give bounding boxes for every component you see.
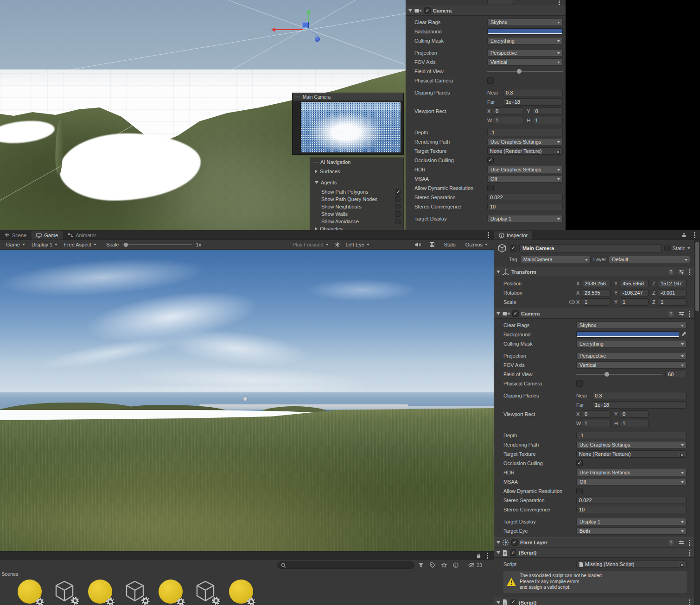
msaa-dropdown[interactable]: Off — [576, 478, 687, 485]
nav-section-agents[interactable]: Agents — [310, 177, 403, 188]
lock-icon[interactable] — [476, 553, 481, 558]
presets-icon[interactable] — [679, 269, 684, 275]
foldout-icon[interactable] — [496, 541, 500, 544]
grid-table-icon[interactable] — [426, 242, 438, 247]
script2-component-header[interactable]: (Script) — [494, 598, 694, 605]
scale-x-field[interactable]: 1 — [582, 298, 611, 306]
target-display-dropdown[interactable]: Display 1 — [576, 518, 687, 525]
help-icon[interactable] — [668, 269, 674, 275]
stereo-convergence-field[interactable]: 10 — [576, 506, 687, 513]
kebab-menu-icon[interactable] — [694, 234, 695, 236]
foldout-icon[interactable] — [315, 227, 318, 230]
target-display-dropdown[interactable]: Display 1 — [487, 215, 563, 222]
clear-flags-dropdown[interactable]: Skybox — [576, 321, 687, 329]
component-enabled-checkbox[interactable] — [512, 310, 519, 317]
physical-camera-checkbox[interactable] — [487, 77, 494, 84]
viewport-w-field[interactable]: 1 — [582, 420, 611, 427]
camera-preview-window[interactable]: Main Camera — [292, 93, 404, 155]
selected-camera-gizmo-cube[interactable] — [302, 22, 309, 28]
help-icon[interactable] — [668, 311, 674, 317]
stereo-separation-field[interactable]: 0.022 — [487, 194, 563, 201]
nav-toggle-checkbox[interactable] — [395, 219, 401, 224]
lock-icon[interactable] — [681, 233, 687, 238]
background-color-swatch[interactable] — [487, 28, 563, 35]
nav-toggle-checkbox[interactable] — [395, 189, 401, 195]
scrollbar-thumb[interactable] — [695, 242, 699, 311]
rendering-path-dropdown[interactable]: Use Graphics Settings — [487, 138, 563, 145]
msaa-dropdown[interactable]: Off — [487, 175, 563, 183]
presets-icon[interactable] — [679, 540, 684, 545]
viewport-x-field[interactable]: 0 — [582, 410, 611, 418]
foldout-icon[interactable] — [496, 271, 500, 273]
stats-button[interactable]: Stats — [440, 242, 459, 247]
stereo-convergence-field[interactable]: 10 — [487, 203, 563, 210]
nav-section-surfaces[interactable]: Surfaces — [310, 166, 403, 177]
asset-item[interactable] — [158, 579, 184, 605]
viewport-h-field[interactable]: 1 — [533, 117, 563, 124]
projection-dropdown[interactable]: Perspective — [487, 49, 563, 57]
kebab-menu-icon[interactable] — [488, 234, 489, 236]
gameobject-name-field[interactable]: Main Camera — [519, 244, 662, 252]
gizmos-dropdown[interactable]: Gizmos — [462, 242, 491, 247]
foldout-icon[interactable] — [496, 601, 500, 604]
inspector-scrollbar[interactable] — [694, 240, 700, 605]
move-gizmo-x-axis[interactable] — [274, 29, 303, 30]
far-clip-field[interactable]: 1e+18 — [592, 401, 687, 409]
scale-link-icon[interactable] — [567, 300, 576, 304]
rotation-x-field[interactable]: 23.595 — [582, 289, 611, 296]
fov-axis-dropdown[interactable]: Vertical — [576, 361, 687, 369]
hdr-dropdown[interactable]: Use Graphics Settings — [487, 166, 563, 173]
ai-navigation-overlay[interactable]: AI Navigation Surfaces Agents Show Path … — [310, 158, 404, 230]
rendering-path-dropdown[interactable]: Use Graphics Settings — [576, 441, 687, 448]
target-eye-dropdown[interactable]: Both — [576, 527, 687, 535]
tab-scene[interactable]: Scene — [0, 231, 31, 239]
asset-item[interactable] — [122, 579, 148, 605]
viewport-x-field[interactable]: 0 — [493, 107, 523, 115]
depth-field[interactable]: -1 — [576, 432, 687, 439]
nav-toggle-row[interactable]: Show Path Polygons — [310, 188, 403, 195]
foldout-icon[interactable] — [496, 312, 500, 315]
foldout-icon[interactable] — [315, 181, 318, 184]
tab-animator[interactable]: Animator — [63, 231, 101, 239]
clear-flags-dropdown[interactable]: Skybox — [487, 19, 563, 26]
component-enabled-checkbox[interactable] — [510, 549, 516, 556]
script-object-field[interactable]: Missing (Mono Script) — [576, 561, 687, 568]
occlusion-culling-checkbox[interactable] — [487, 157, 494, 164]
kebab-menu-icon[interactable] — [689, 542, 690, 543]
help-icon[interactable] — [668, 540, 674, 546]
gameobject-active-checkbox[interactable] — [510, 245, 516, 252]
dynamic-resolution-checkbox[interactable] — [487, 185, 494, 191]
dynamic-resolution-checkbox[interactable] — [576, 488, 583, 494]
projection-dropdown[interactable]: Perspective — [576, 352, 687, 359]
asset-item[interactable] — [228, 579, 254, 605]
scale-y-field[interactable]: 1 — [620, 298, 649, 306]
component-enabled-checkbox[interactable] — [424, 7, 431, 14]
foldout-icon[interactable] — [315, 170, 318, 173]
culling-mask-dropdown[interactable]: Everything — [576, 340, 687, 347]
nav-toggle-checkbox[interactable] — [395, 211, 401, 217]
presets-icon[interactable] — [679, 311, 684, 316]
game-mode-dropdown[interactable]: Game — [3, 240, 28, 249]
saved-search-star-icon[interactable] — [441, 562, 447, 568]
mute-audio-icon[interactable] — [412, 242, 424, 247]
target-texture-object-field[interactable]: None (Render Texture) — [487, 147, 563, 155]
gameobject-cube-icon[interactable] — [497, 243, 507, 253]
scale-slider[interactable] — [122, 241, 192, 248]
nav-toggle-row[interactable]: Show Neighbours — [310, 203, 403, 210]
depth-field[interactable]: -1 — [487, 129, 563, 136]
kebab-menu-icon[interactable] — [689, 602, 690, 603]
left-eye-dropdown[interactable]: Left Eye — [343, 240, 373, 249]
search-input[interactable] — [277, 561, 414, 569]
nav-toggle-row[interactable]: Show Walls — [310, 210, 403, 218]
static-dropdown[interactable]: Static — [664, 246, 690, 251]
occlusion-culling-checkbox[interactable] — [576, 460, 583, 466]
script-component-header[interactable]: (Script) — [494, 548, 694, 558]
position-x-field[interactable]: 2639.256 — [582, 280, 611, 287]
ai-navigation-header[interactable]: AI Navigation — [310, 158, 403, 166]
position-y-field[interactable]: 455.5958 — [620, 280, 649, 287]
aspect-ratio-dropdown[interactable]: Free Aspect — [61, 240, 100, 249]
starburst-icon[interactable] — [332, 242, 343, 247]
kebab-menu-icon[interactable] — [689, 552, 690, 554]
fov-axis-dropdown[interactable]: Vertical — [487, 58, 563, 66]
display-dropdown[interactable]: Display 1 — [28, 240, 61, 249]
